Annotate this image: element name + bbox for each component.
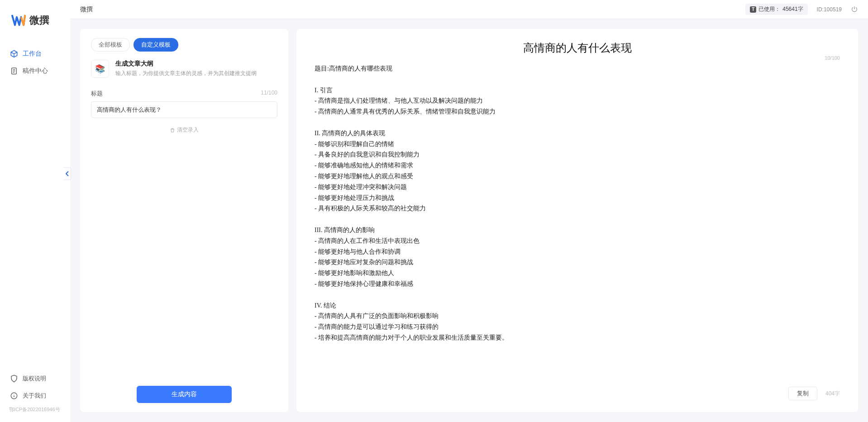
sidebar-collapse-button[interactable]: [64, 167, 71, 180]
app-title: 微撰: [80, 5, 93, 14]
nav-drafts[interactable]: 稿件中心: [0, 62, 70, 80]
title-field-label: 标题: [91, 90, 103, 98]
content: 全部模板 自定义模板 📚 生成文章大纲 输入标题，为你提供文章主体的灵感，并为其…: [70, 19, 868, 422]
nav-list: 工作台 稿件中心: [0, 45, 70, 370]
left-panel: 全部模板 自定义模板 📚 生成文章大纲 输入标题，为你提供文章主体的灵感，并为其…: [80, 29, 288, 412]
template-thumb-icon: 📚: [91, 60, 109, 78]
sidebar-bottom: 版权说明 关于我们 鄂ICP备2022016946号: [0, 370, 70, 422]
main-area: 微撰 T 已使用：45641字 ID:100519 全部模板 自定义模板: [70, 0, 868, 422]
article-title-counter: 10/100: [825, 55, 840, 61]
topbar: 微撰 T 已使用：45641字 ID:100519: [70, 0, 868, 19]
usage-badge: T 已使用：45641字: [745, 4, 807, 15]
clear-label: 清空录入: [177, 126, 199, 134]
info-icon: [10, 392, 18, 400]
usage-label: 已使用：: [758, 5, 780, 13]
template-card: 📚 生成文章大纲 输入标题，为你提供文章主体的灵感，并为其创建推文提纲: [91, 60, 277, 78]
user-id: ID:100519: [817, 6, 842, 13]
brand-logo: 微撰: [0, 14, 70, 45]
template-title: 生成文章大纲: [115, 60, 257, 68]
template-tabs: 全部模板 自定义模板: [91, 38, 277, 52]
nav-label: 工作台: [23, 50, 42, 58]
nav-label: 版权说明: [23, 375, 46, 383]
usage-value: 45641字: [782, 5, 803, 13]
word-count: 404字: [825, 390, 840, 398]
nav-workspace[interactable]: 工作台: [0, 45, 70, 62]
nav-label: 稿件中心: [23, 67, 48, 75]
nav-label: 关于我们: [23, 392, 46, 400]
icp-text: 鄂ICP备2022016946号: [0, 404, 70, 417]
tab-all-templates[interactable]: 全部模板: [91, 38, 130, 52]
article-title: 高情商的人有什么表现: [315, 41, 840, 55]
shield-icon: [10, 375, 18, 383]
article-body: 题目:高情商的人有哪些表现 I. 引言 - 高情商是指人们处理情绪、与他人互动以…: [315, 63, 840, 380]
nav-about[interactable]: 关于我们: [0, 387, 70, 404]
generate-button[interactable]: 生成内容: [137, 386, 232, 403]
cube-icon: [10, 50, 18, 58]
title-char-counter: 11/100: [261, 90, 277, 98]
brand-name: 微撰: [29, 14, 49, 27]
title-input[interactable]: [91, 101, 277, 118]
topbar-right: T 已使用：45641字 ID:100519: [745, 4, 858, 15]
template-desc: 输入标题，为你提供文章主体的灵感，并为其创建推文提纲: [115, 70, 257, 77]
sidebar: 微撰 工作台 稿件中心 版权说明 关于我们 鄂ICP备2022016946号: [0, 0, 70, 422]
doc-icon: [10, 67, 18, 75]
right-panel: 高情商的人有什么表现 10/100 题目:高情商的人有哪些表现 I. 引言 - …: [296, 29, 858, 412]
logout-button[interactable]: [851, 6, 858, 13]
logo-icon: [11, 14, 26, 27]
clear-input-button[interactable]: 清空录入: [91, 126, 277, 134]
tab-custom-templates[interactable]: 自定义模板: [134, 38, 178, 52]
text-count-icon: T: [750, 6, 756, 13]
nav-copyright[interactable]: 版权说明: [0, 370, 70, 387]
chevron-left-icon: [66, 171, 69, 176]
power-icon: [851, 6, 858, 13]
trash-icon: [170, 128, 175, 133]
copy-button[interactable]: 复制: [788, 387, 817, 400]
